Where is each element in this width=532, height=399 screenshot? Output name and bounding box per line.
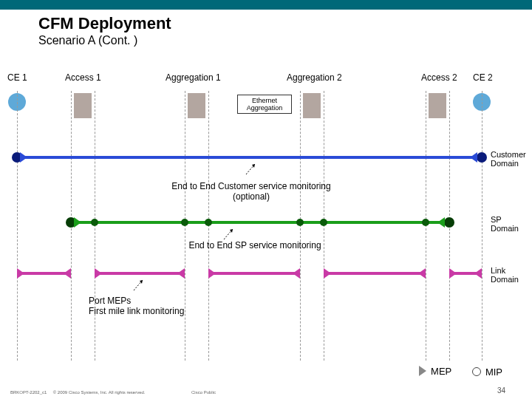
footer: BRKOPT-2202_c1 © 2009 Cisco Systems, Inc… [10,390,528,395]
mep-icon [17,268,24,279]
footer-code: BRKOPT-2202_c1 [10,390,47,395]
link-caption: Port MEPs First mile link monitoring [89,296,184,316]
customer-domain-label: Customer Domain [491,150,526,168]
node-access2 [429,93,446,118]
arrow-icon [132,278,146,293]
label-ce2: CE 2 [473,72,493,83]
diagram-canvas: CE 1 Access 1 Aggregation 1 Aggregation … [0,72,532,353]
eth-l2: Aggregation [238,104,291,112]
mep-icon [470,152,477,163]
footer-copyright: © 2009 Cisco Systems, Inc. All rights re… [53,390,146,395]
eth-l1: Ethernet [238,97,291,104]
mep-icon [64,268,71,279]
ethernet-aggregation-label: Ethernet Aggregation [237,95,292,114]
mep-icon [418,268,426,279]
sp-domain-label: SP Domain [491,215,519,233]
node-agg1 [188,93,205,118]
mep-icon [293,268,300,279]
mep-icon [95,268,102,279]
footer-pub: Cisco Public [191,390,216,395]
sp-bar [71,221,449,224]
label-ce1: CE 1 [7,72,27,83]
mep-icon [74,217,81,228]
mip-icon [91,219,98,226]
mip-icon [296,219,304,226]
node-access1 [74,93,92,118]
link-domain-label: Link Domain [491,266,519,284]
label-agg2: Aggregation 2 [287,72,342,83]
mep-icon [324,268,331,279]
top-accent-bar [0,0,532,10]
arrow-icon [222,227,236,242]
mip-icon [205,219,212,226]
legend-mep: MEP [419,366,451,377]
customer-bar [17,156,482,159]
label-agg1: Aggregation 1 [166,72,221,83]
slide-title: CFM Deployment [38,14,532,33]
legend-mep-label: MEP [431,366,451,377]
label-access1: Access 1 [65,72,101,83]
customer-caption: End to End Customer service monitoring (… [155,181,347,202]
cap-line: (optional) [155,191,347,202]
mip-icon [472,367,481,376]
mip-icon [320,219,327,226]
slide-subtitle: Scenario A (Cont. ) [38,34,532,47]
legend: MEP MIP [401,366,502,379]
mep-icon [437,217,445,228]
guide [17,91,18,361]
mep-icon [20,152,27,163]
legend-mip-label: MIP [485,366,502,378]
link-bar [95,272,185,275]
label-access2: Access 2 [421,72,457,83]
page-number: 34 [497,386,505,395]
arrow-icon [244,162,259,177]
mep-icon [449,268,457,279]
mip-icon [477,152,487,163]
legend-mip: MIP [472,366,502,378]
mep-icon [419,366,426,376]
node-agg2 [303,93,321,118]
mip-icon [444,217,454,228]
link-bar [324,272,426,275]
guide [482,91,482,361]
link-bar [208,272,300,275]
mep-icon [474,268,482,279]
mip-icon [181,219,188,226]
sp-caption: End to End SP service monitoring [174,240,336,250]
mep-icon [208,268,216,279]
mip-icon [422,219,429,226]
mep-icon [177,268,185,279]
cap-line: Port MEPs [89,296,184,306]
cap-line: End to End Customer service monitoring [155,181,347,191]
cap-line: First mile link monitoring [89,306,184,316]
